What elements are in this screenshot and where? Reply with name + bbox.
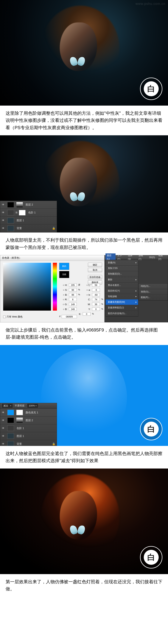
menu-item[interactable]: 删除▸ [106, 277, 138, 282]
field-input[interactable]: 0 [92, 308, 100, 311]
menu-4[interactable]: 3D(D) [148, 255, 157, 260]
opacity-label: 不透明度: [15, 404, 25, 408]
field-input[interactable]: 36 [92, 302, 100, 306]
visibility-eye-icon[interactable]: 👁 [0, 202, 6, 207]
visibility-eye-icon[interactable]: 👁 [0, 218, 6, 222]
hex-label: # [59, 314, 60, 318]
visibility-eye-icon[interactable]: 👁 [0, 226, 6, 230]
field-input[interactable]: 249 [69, 308, 77, 311]
menu-item[interactable]: 智能滤镜▸ [106, 294, 138, 300]
visibility-eye-icon[interactable]: 👁 [0, 426, 6, 430]
layer-row[interactable]: 👁⛓色阶 1 [0, 209, 57, 216]
menu-5[interactable]: 视图(V) [157, 254, 167, 261]
layer-thumbnail [7, 433, 14, 439]
field-input[interactable]: 59 [92, 283, 100, 287]
cancel-button[interactable]: 取消 [88, 268, 102, 272]
tutorial-image-4: 白 [0, 468, 168, 574]
submenu-item[interactable]: 渐变(G)... [139, 289, 168, 295]
layer-row[interactable]: 👁图层 1 [0, 432, 57, 440]
portrait-face [48, 146, 112, 225]
submenu-arrow-icon: ▸ [136, 300, 137, 304]
field-input[interactable]: 74 [92, 298, 100, 301]
menu-item[interactable]: 图层样式(Y)▸ [106, 288, 138, 294]
field-input[interactable]: 6 [69, 298, 77, 301]
field-input[interactable]: 149 [69, 302, 77, 306]
layer-name: 背景 [15, 226, 52, 230]
layer-row[interactable]: 👁图层 2 [0, 201, 57, 209]
menu-item[interactable]: 图层内容选项(O)... [106, 311, 138, 316]
add-swatch-button[interactable]: 添加到色板 [88, 275, 102, 279]
submenu-item[interactable]: 图案(R)... [139, 295, 168, 300]
color-picker-dialog[interactable]: 拾色器（前景色） 新的 当前 确定 取消 添加到色板 颜色库 ○ H:205度○… [0, 255, 105, 322]
author-badge: 白 [140, 418, 163, 440]
layer-row[interactable]: 👁图层 2 [0, 416, 57, 424]
submenu-arrow-icon: ▸ [136, 278, 137, 282]
color-field[interactable] [3, 263, 51, 310]
ok-button[interactable]: 确定 [88, 263, 102, 267]
field-unit [78, 302, 81, 306]
field-label: ○ B: [59, 308, 67, 311]
submenu-item[interactable]: 纯色(O)... [139, 284, 168, 289]
field-label: M: [82, 302, 91, 306]
layer-row[interactable]: 👁背景🔒 [0, 224, 57, 232]
field-label: ○ G: [59, 302, 67, 306]
visibility-eye-icon[interactable]: 👁 [0, 442, 6, 446]
visibility-eye-icon[interactable]: 👁 [0, 210, 6, 214]
menu-3[interactable]: 滤镜(T) [137, 254, 147, 261]
picker-buttons: 确定 取消 添加到色板 颜色库 [88, 263, 102, 284]
field-label: ○ H: [59, 283, 67, 287]
field-input[interactable]: 0 [83, 312, 91, 316]
paragraph-2: 人物底部明显太亮，不利于我们后期操作，所以我们添加一个黑色层，然后再用蒙版做一个… [0, 232, 168, 255]
opacity-select[interactable]: 100%▾ [27, 404, 38, 408]
field-input[interactable]: 205 [69, 283, 77, 287]
field-unit: 度 [78, 283, 81, 287]
paragraph-1: 这里除了用色阶做调整也可以用其他的方法，例如"中性灰"，我之前文章有详细说明中性… [0, 106, 168, 135]
color-value-fields: ○ H:205度○ L:59○ S:98%○ a:-5○ B:98%○ b:-6… [59, 283, 104, 317]
layer-row[interactable]: 👁颜色填充 1 [0, 409, 57, 416]
menu-item[interactable]: 新建(N)▸ [106, 260, 138, 266]
visibility-eye-icon[interactable]: 👁 [0, 434, 6, 438]
visibility-eye-icon[interactable]: 👁 [0, 418, 6, 422]
field-input[interactable]: -60 [92, 293, 100, 296]
field-row: ○ H:205度○ L:59 [59, 283, 104, 287]
visibility-eye-icon[interactable]: 👁 [0, 410, 6, 414]
picker-title: 拾色器（前景色） [0, 255, 104, 261]
menu-item[interactable]: 重命名图层... [106, 282, 138, 288]
layer-name: 颜色填充 1 [24, 410, 57, 414]
menu-item[interactable]: 复制图层(D)... [106, 271, 138, 277]
field-unit [78, 308, 81, 311]
field-unit: % [78, 288, 81, 292]
layer-thumbnail [7, 410, 14, 415]
author-badge: 白 [140, 78, 163, 100]
web-color-checkbox[interactable] [3, 316, 5, 318]
badge-char: 白 [144, 422, 159, 436]
submenu-arrow-icon: ▸ [136, 306, 137, 310]
paragraph-3: 做完以上步骤后，我们点击前景色，输入#0695F9，点击确定。然后再选择图层-新… [0, 322, 168, 345]
layer-thumbnail [7, 425, 14, 431]
field-unit: % [92, 312, 95, 316]
menu-item[interactable]: 复制 CSS [106, 266, 138, 271]
submenu-arrow-icon: ▸ [136, 295, 137, 298]
new-fill-layer-submenu: 纯色(O)...渐变(G)...图案(R)... [138, 283, 168, 301]
field-input[interactable]: 98 [69, 288, 77, 292]
submenu-arrow-icon: ▸ [136, 289, 137, 293]
layer-menu-dropdown: 新建(N)▸复制 CSS复制图层(D)...删除▸重命名图层...图层样式(Y)… [105, 260, 138, 316]
menu-item[interactable]: 新建填充图层(W)▸ [106, 300, 138, 305]
field-input[interactable]: -5 [92, 288, 100, 292]
hex-input[interactable]: 0695f9 [62, 315, 77, 318]
field-input[interactable]: 98 [69, 293, 77, 296]
badge-char: 白 [144, 550, 159, 565]
butterfly-icon [69, 524, 86, 536]
layer-row[interactable]: 👁色阶 1 [0, 424, 57, 432]
layer-row[interactable]: 👁图层 1 [0, 216, 57, 224]
blend-mode-select[interactable]: 减去▾ [2, 404, 13, 408]
hue-slider[interactable] [53, 263, 57, 310]
menu-item[interactable]: 新建调整图层(J)▸ [106, 305, 138, 310]
layer-thumbnail [7, 441, 14, 446]
layer-thumbnail [7, 226, 14, 231]
layer-row[interactable]: 👁背景🔒 [0, 440, 57, 446]
layer-thumbnail [7, 210, 14, 216]
field-label: ○ B: [59, 293, 67, 297]
field-unit [101, 293, 104, 297]
menubar: 图层(L)文字(Y)选择(S)滤镜(T)3D(D)视图(V) [105, 255, 168, 260]
